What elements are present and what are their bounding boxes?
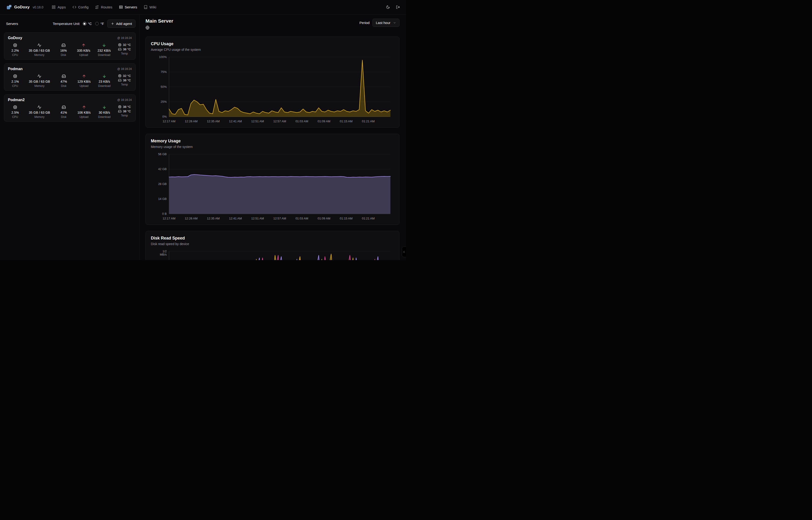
logout-icon[interactable] bbox=[396, 5, 400, 9]
svg-text:12:41 AM: 12:41 AM bbox=[229, 120, 242, 123]
memory-usage-chart[interactable]: 0 B14 GB28 GB42 GB56 GB12:17 AM12:26 AM1… bbox=[151, 152, 394, 222]
svg-text:12:35 AM: 12:35 AM bbox=[207, 120, 220, 123]
disk-temp-value: 38 °C bbox=[123, 79, 131, 82]
disk-stat-label: Disk bbox=[61, 53, 66, 57]
download-value: 23 KB/s bbox=[99, 80, 110, 83]
disk-temp-icon bbox=[118, 109, 121, 113]
servers-icon bbox=[119, 5, 123, 9]
svg-text:42 GB: 42 GB bbox=[158, 167, 167, 171]
svg-text:12:57 AM: 12:57 AM bbox=[273, 120, 286, 123]
disk-stat: 47% Disk bbox=[57, 74, 70, 87]
temp-stat-label: Temp bbox=[121, 114, 128, 117]
memory-value: 35 GB / 63 GB bbox=[29, 111, 50, 114]
period-control: Period Last hour bbox=[359, 19, 399, 27]
period-select[interactable]: Last hour bbox=[372, 19, 399, 27]
hard-drive-icon bbox=[62, 105, 66, 109]
radio-fahrenheit-control[interactable] bbox=[95, 22, 99, 25]
radio-fahrenheit-label: °F bbox=[100, 22, 104, 26]
memory-stat: 35 GB / 63 GB Memory bbox=[29, 74, 50, 87]
disk-read-speed-chart[interactable]: 1/2MB/s bbox=[151, 249, 394, 260]
nav-label: Config bbox=[78, 5, 89, 9]
temp-stat-label: Temp bbox=[121, 83, 128, 86]
arrow-down-icon bbox=[102, 105, 106, 109]
memory-value: 35 GB / 63 GB bbox=[29, 80, 50, 83]
disk-stat-label: Disk bbox=[61, 115, 66, 119]
disk-temp-value: 38 °C bbox=[123, 109, 131, 113]
arrow-down-icon bbox=[102, 74, 106, 78]
memory-stat: 35 GB / 63 GB Memory bbox=[29, 105, 50, 119]
download-stat-label: Download bbox=[98, 84, 111, 87]
temp-stat-label: Temp bbox=[121, 52, 128, 55]
nav-item-routes[interactable]: Routes bbox=[92, 3, 115, 11]
chart-title: CPU Usage bbox=[151, 42, 394, 46]
server-updated-time: @ 16:16:24 bbox=[117, 98, 132, 102]
radio-celsius-label: °C bbox=[88, 22, 92, 26]
upload-stat: 335 KB/s Upload bbox=[77, 43, 90, 57]
period-value: Last hour bbox=[376, 21, 390, 25]
add-agent-button[interactable]: Add agent bbox=[107, 20, 136, 28]
chart-subtitle: Average CPU usage of the system bbox=[151, 48, 394, 51]
server-url-link[interactable] bbox=[145, 26, 149, 30]
download-stat: 30 KB/s Temp Download bbox=[98, 105, 111, 119]
theme-toggle-moon-icon[interactable] bbox=[386, 5, 390, 9]
globe-icon bbox=[145, 26, 149, 30]
svg-text:0 B: 0 B bbox=[162, 212, 167, 215]
server-stats-row: 2.1% CPU 35 GB / 63 GB Memory 47% Disk 1… bbox=[8, 74, 132, 87]
radio-celsius[interactable]: °C bbox=[83, 22, 92, 26]
server-card[interactable]: Podman @ 16:16:24 2.1% CPU 35 GB / 63 GB… bbox=[4, 63, 136, 90]
panel-collapse-handle[interactable] bbox=[402, 246, 406, 257]
cpu-temp-icon bbox=[118, 43, 121, 47]
nav-item-config[interactable]: Config bbox=[70, 3, 91, 11]
svg-text:50%: 50% bbox=[161, 85, 167, 88]
download-value: 232 KB/s bbox=[97, 49, 111, 52]
disk-value: 41% bbox=[60, 111, 67, 114]
nav-item-apps[interactable]: Apps bbox=[49, 3, 68, 11]
cpu-stat-label: CPU bbox=[12, 53, 18, 57]
temperature-stat: 38 °C 38 °C Temp bbox=[118, 105, 131, 119]
upload-stat-label: Upload bbox=[80, 84, 88, 87]
server-name: Podman bbox=[8, 67, 23, 71]
temperature-unit-radio-group: °C °F bbox=[83, 22, 104, 26]
cpu-usage-chart[interactable]: 0%25%50%75%100%12:17 AM12:26 AM12:35 AM1… bbox=[151, 55, 394, 125]
chart-title: Disk Read Speed bbox=[151, 236, 394, 241]
server-name: GoDoxy bbox=[8, 36, 22, 40]
radio-fahrenheit[interactable]: °F bbox=[95, 22, 104, 26]
nav-item-servers[interactable]: Servers bbox=[116, 3, 140, 11]
server-card[interactable]: GoDoxy @ 16:16:24 2.2% CPU 35 GB / 63 GB… bbox=[4, 32, 136, 60]
cpu-temp-icon bbox=[118, 74, 121, 78]
radio-celsius-control[interactable] bbox=[83, 22, 86, 25]
disk-temp-icon bbox=[118, 48, 121, 51]
cpu-stat: 2.1% CPU bbox=[9, 74, 21, 87]
disk-stat: 41% Disk bbox=[57, 105, 70, 119]
nav-item-wiki[interactable]: Wiki bbox=[141, 3, 159, 11]
cpu-stat: 2.2% CPU bbox=[9, 43, 21, 57]
chevron-down-icon bbox=[393, 21, 396, 24]
main-nav: Apps Config Routes Servers Wiki bbox=[49, 3, 159, 11]
activity-icon bbox=[37, 74, 41, 78]
cpu-stat-label: CPU bbox=[12, 84, 18, 87]
svg-text:01:03 AM: 01:03 AM bbox=[296, 120, 308, 123]
svg-text:12:57 AM: 12:57 AM bbox=[273, 217, 286, 220]
svg-text:12:17 AM: 12:17 AM bbox=[163, 217, 175, 220]
server-title-block: Main Server bbox=[145, 18, 173, 30]
svg-text:1/2MB/s: 1/2MB/s bbox=[160, 250, 167, 256]
disk-temp-value: 38 °C bbox=[123, 48, 131, 51]
top-navbar: GoDoxy v0.18.0 Apps Config Routes Server… bbox=[0, 0, 406, 15]
period-label: Period bbox=[359, 21, 369, 25]
svg-text:12:41 AM: 12:41 AM bbox=[229, 217, 242, 220]
brand-name: GoDoxy bbox=[14, 5, 30, 9]
svg-text:12:51 AM: 12:51 AM bbox=[251, 217, 264, 220]
svg-text:12:51 AM: 12:51 AM bbox=[251, 120, 264, 123]
nav-label: Apps bbox=[57, 5, 66, 9]
temperature-unit-label: Temperature Unit bbox=[53, 22, 80, 26]
activity-icon bbox=[37, 43, 41, 47]
svg-text:01:15 AM: 01:15 AM bbox=[340, 120, 353, 123]
download-value: 30 KB/s bbox=[99, 111, 110, 114]
server-card[interactable]: Podman2 @ 16:16:24 2.5% CPU 35 GB / 63 G… bbox=[4, 94, 136, 122]
activity-icon bbox=[37, 105, 41, 109]
server-card-list: GoDoxy @ 16:16:24 2.2% CPU 35 GB / 63 GB… bbox=[0, 32, 140, 122]
memory-stat: 35 GB / 63 GB Memory bbox=[29, 43, 50, 57]
download-stat: 232 KB/s Temp Download bbox=[97, 43, 111, 57]
download-stat-label: Download bbox=[98, 53, 110, 57]
server-updated-time: @ 16:16:24 bbox=[117, 36, 132, 40]
